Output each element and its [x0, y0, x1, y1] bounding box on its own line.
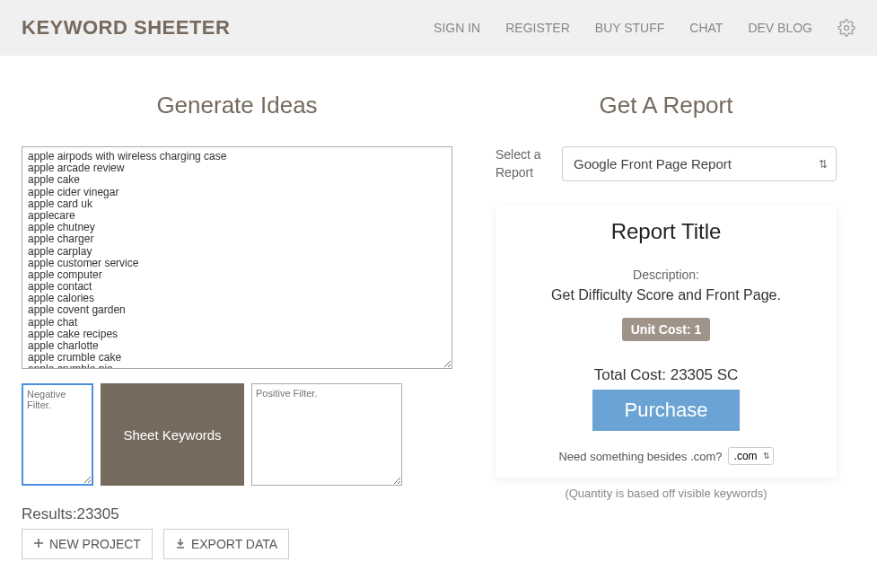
positive-filter-input[interactable]: [251, 383, 402, 486]
logo: KEYWORD SHEETER: [22, 16, 230, 39]
ideas-panel: Generate Ideas Sheet Keywords Results:23…: [22, 92, 452, 559]
main-content: Generate Ideas Sheet Keywords Results:23…: [0, 56, 877, 581]
negative-filter-input[interactable]: [22, 383, 93, 486]
nav-chat[interactable]: CHAT: [689, 21, 723, 35]
unit-cost-badge: Unit Cost: 1: [622, 318, 711, 341]
description-text: Get Difficulty Score and Front Page.: [512, 287, 820, 303]
nav-sign-in[interactable]: SIGN IN: [434, 21, 480, 35]
ideas-title: Generate Ideas: [22, 92, 452, 119]
total-cost: Total Cost: 23305 SC: [512, 366, 820, 384]
report-panel: Get A Report Select a Report Google Fron…: [496, 92, 837, 559]
tld-select-wrapper: .com ⇅: [728, 447, 774, 465]
download-icon: [175, 537, 186, 551]
report-card: Report Title Description: Get Difficulty…: [496, 206, 837, 478]
description-label: Description:: [512, 268, 820, 282]
sheet-keywords-button[interactable]: Sheet Keywords: [101, 383, 244, 486]
report-section-title: Get A Report: [496, 92, 837, 119]
report-select[interactable]: Google Front Page Report: [562, 146, 837, 181]
nav-buy-stuff[interactable]: BUY STUFF: [595, 21, 665, 35]
report-select-row: Select a Report Google Front Page Report…: [496, 146, 837, 181]
purchase-button[interactable]: Purchase: [592, 390, 741, 431]
report-card-title: Report Title: [512, 219, 820, 244]
new-project-label: NEW PROJECT: [49, 537, 141, 551]
select-wrapper: Google Front Page Report ⇅: [562, 146, 837, 181]
tld-label: Need something besides .com?: [558, 450, 722, 463]
plus-icon: [33, 537, 44, 551]
keywords-textarea[interactable]: [22, 146, 452, 369]
gear-icon[interactable]: [838, 19, 855, 37]
results-line: Results:23305: [22, 505, 452, 523]
export-data-label: EXPORT DATA: [191, 537, 277, 551]
quantity-note: (Quantity is based off visible keywords): [496, 487, 837, 500]
results-count: 23305: [76, 505, 118, 522]
export-data-button[interactable]: EXPORT DATA: [163, 529, 289, 559]
results-label: Results:: [22, 505, 76, 522]
tld-row: Need something besides .com? .com ⇅: [512, 447, 820, 465]
header: KEYWORD SHEETER SIGN IN REGISTER BUY STU…: [0, 0, 877, 56]
action-buttons: NEW PROJECT EXPORT DATA: [22, 529, 452, 559]
nav: SIGN IN REGISTER BUY STUFF CHAT DEV BLOG: [434, 19, 855, 37]
nav-register[interactable]: REGISTER: [505, 21, 570, 35]
filters-row: Sheet Keywords: [22, 383, 452, 486]
svg-point-0: [845, 26, 849, 31]
nav-dev-blog[interactable]: DEV BLOG: [748, 21, 812, 35]
select-report-label: Select a Report: [496, 146, 549, 181]
tld-select[interactable]: .com: [728, 447, 774, 465]
new-project-button[interactable]: NEW PROJECT: [22, 529, 153, 559]
